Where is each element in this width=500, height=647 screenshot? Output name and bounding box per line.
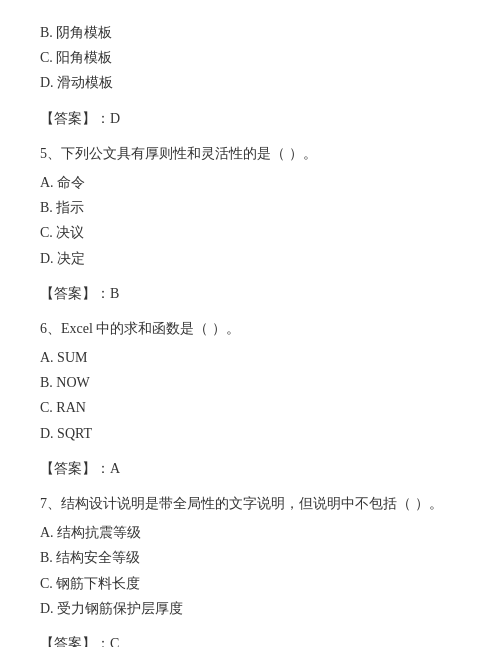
option-d: D. 滑动模板 xyxy=(40,70,460,95)
q5-option-b: B. 指示 xyxy=(40,195,460,220)
answer-4-text: 【答案】：D xyxy=(40,111,120,126)
answer-5: 【答案】：B xyxy=(40,281,460,306)
question-7-text: 7、结构设计说明是带全局性的文字说明，但说明中不包括（ ）。 xyxy=(40,491,460,516)
answer-7: 【答案】：C xyxy=(40,631,460,647)
question-5-text: 5、下列公文具有厚则性和灵活性的是（ ）。 xyxy=(40,141,460,166)
answer-6-text: 【答案】：A xyxy=(40,461,120,476)
answer-6: 【答案】：A xyxy=(40,456,460,481)
q6-option-a: A. SUM xyxy=(40,345,460,370)
question-6-text: 6、Excel 中的求和函数是（ ）。 xyxy=(40,316,460,341)
q6-option-c: C. RAN xyxy=(40,395,460,420)
q7-option-a: A. 结构抗震等级 xyxy=(40,520,460,545)
answer-4: 【答案】：D xyxy=(40,106,460,131)
question-7: 7、结构设计说明是带全局性的文字说明，但说明中不包括（ ）。 A. 结构抗震等级… xyxy=(40,491,460,621)
q7-option-b: B. 结构安全等级 xyxy=(40,545,460,570)
q5-option-d: D. 决定 xyxy=(40,246,460,271)
answer-5-text: 【答案】：B xyxy=(40,286,119,301)
option-c: C. 阳角模板 xyxy=(40,45,460,70)
option-b: B. 阴角模板 xyxy=(40,20,460,45)
question-5: 5、下列公文具有厚则性和灵活性的是（ ）。 A. 命令 B. 指示 C. 决议 … xyxy=(40,141,460,271)
q6-option-b: B. NOW xyxy=(40,370,460,395)
answer-7-text: 【答案】：C xyxy=(40,636,119,647)
q7-option-c: C. 钢筋下料长度 xyxy=(40,571,460,596)
q5-option-c: C. 决议 xyxy=(40,220,460,245)
q7-option-d: D. 受力钢筋保护层厚度 xyxy=(40,596,460,621)
q6-option-d: D. SQRT xyxy=(40,421,460,446)
q5-option-a: A. 命令 xyxy=(40,170,460,195)
prev-options: B. 阴角模板 C. 阳角模板 D. 滑动模板 xyxy=(40,20,460,96)
page-content: B. 阴角模板 C. 阳角模板 D. 滑动模板 【答案】：D 5、下列公文具有厚… xyxy=(40,20,460,647)
question-6: 6、Excel 中的求和函数是（ ）。 A. SUM B. NOW C. RAN… xyxy=(40,316,460,446)
